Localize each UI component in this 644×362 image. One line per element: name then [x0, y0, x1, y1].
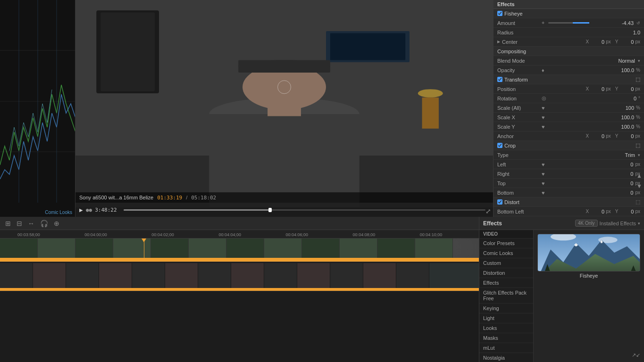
effects-cat-light[interactable]: Light	[479, 313, 533, 323]
compositing-section: Compositing Blend Mode Normal ▾ Opacity …	[493, 47, 644, 75]
amount-value[interactable]: -4.43	[593, 20, 634, 26]
effects-cat-custom[interactable]: Custom	[479, 258, 533, 268]
distort-bl-xy: X 0 px Y 0 px	[586, 209, 640, 214]
play-button[interactable]: ▶	[79, 207, 83, 213]
crop-checkbox[interactable]	[497, 143, 502, 148]
ruler-mark-6: 00:04:08;00	[353, 232, 376, 237]
scale-x-value[interactable]: 100.0	[621, 115, 635, 120]
amount-slider[interactable]	[548, 22, 589, 24]
expand-icon[interactable]: ⤢	[485, 207, 491, 215]
anchor-x[interactable]: 0	[590, 133, 604, 139]
effect-fisheye-item[interactable]: Fisheye	[537, 234, 640, 279]
progress-bar[interactable]	[124, 209, 485, 211]
4k-only-toggle[interactable]: 4K Only	[575, 220, 598, 227]
effects-cat-distortion[interactable]: Distortion	[479, 268, 533, 278]
radius-value[interactable]: 1.0	[633, 30, 640, 35]
center-y-label: Y	[615, 39, 619, 44]
effects-cat-looks[interactable]: Looks	[479, 323, 533, 333]
svg-rect-21	[268, 108, 301, 116]
effects-cat-comic-looks[interactable]: Comic Looks	[479, 248, 533, 258]
ruler-mark-7: 00:04:10;00	[420, 232, 443, 237]
transform-checkbox[interactable]	[497, 77, 502, 82]
distort-bl-x[interactable]: 0	[590, 209, 604, 214]
crop-type-dropdown[interactable]: ▾	[638, 153, 640, 157]
timeline-icon-record[interactable]: ⊕	[52, 219, 61, 228]
effect-thumb-landscape	[538, 234, 640, 271]
distort-bl-y[interactable]: 0	[619, 209, 634, 214]
fisheye-label: Fisheye	[504, 11, 547, 16]
effects-cat-keying[interactable]: Keying	[479, 304, 533, 313]
transform-screen-icon[interactable]: ⬚	[636, 76, 640, 82]
crop-type-value[interactable]: Trim	[625, 152, 635, 158]
effects-cat-nostalgia[interactable]: Nostalgia	[479, 353, 533, 362]
center-y-val[interactable]: 0	[619, 39, 634, 45]
effects-browser-body: VIDEO Color Presets Comic Looks Custom D…	[479, 230, 644, 362]
scale-y-diamond: ♥	[542, 124, 545, 130]
scale-all-diamond: ♥	[542, 105, 545, 111]
distort-corner-icon[interactable]: ⬚	[636, 199, 640, 205]
amount-reset[interactable]: ↺	[636, 21, 640, 25]
timeline-icon-1[interactable]: ⊞	[4, 219, 12, 228]
video-preview	[75, 0, 493, 207]
position-x[interactable]: 0	[590, 86, 604, 92]
opacity-row: Opacity ♦ 100.0 %	[493, 66, 644, 75]
crop-bottom-row: Bottom ♥ 0 px	[493, 188, 644, 197]
effects-cat-glitch[interactable]: Glitch Effects Pack Free	[479, 288, 533, 304]
effects-cat-color-presets[interactable]: Color Presets	[479, 239, 533, 248]
center-xy: X 0 px Y 0 px	[586, 39, 640, 45]
crop-bottom-value[interactable]: 0	[630, 190, 633, 196]
inspector-panel: Effects Fisheye Amount ⌖ -4.43 ↺ Radius …	[493, 0, 644, 217]
scale-y-value[interactable]: 100.0	[621, 124, 635, 130]
crop-top-value[interactable]: 0	[630, 181, 633, 186]
crop-left-value[interactable]: 0	[630, 162, 633, 167]
center-expand[interactable]: ▶	[497, 40, 500, 44]
fisheye-header-row: Fisheye	[493, 9, 644, 18]
effects-cat-masks[interactable]: Masks	[479, 333, 533, 343]
center-label: Center	[502, 39, 544, 45]
cursor-icon[interactable]: ⌖	[542, 20, 544, 26]
ruler-mark-2: 00:04:00;00	[84, 232, 107, 237]
center-x-val[interactable]: 0	[590, 39, 604, 45]
anchor-y[interactable]: 0	[619, 133, 634, 139]
video-controls: ▶ ●● 3:48:22	[75, 203, 493, 217]
effects-sidebar: VIDEO Color Presets Comic Looks Custom D…	[479, 230, 534, 362]
distort-section: Distort ⬚ Bottom Left X 0 px Y 0 px Bott…	[493, 197, 644, 217]
scale-x-row: Scale X ♥ 100.0 %	[493, 113, 644, 122]
fisheye-checkbox[interactable]	[497, 11, 502, 16]
distort-bl-label: Bottom Left	[497, 209, 540, 214]
track-connector	[0, 258, 479, 262]
fisheye-center-row: ▶ Center X 0 px Y 0 px	[493, 37, 644, 47]
blend-mode-dropdown-icon[interactable]: ▾	[638, 58, 640, 63]
scale-all-value[interactable]: 100	[626, 105, 634, 111]
timeline-icon-headphones[interactable]: 🎧	[39, 219, 50, 228]
position-y[interactable]: 0	[619, 86, 634, 92]
filmstrip-row	[0, 263, 479, 291]
thumb-7	[198, 263, 231, 291]
audio-track[interactable]	[0, 263, 479, 291]
crop-screen-icon[interactable]: ⬚	[636, 142, 640, 148]
audio-filmstrip	[0, 263, 479, 291]
effects-cat-mlut[interactable]: mLut	[479, 343, 533, 353]
timeline-icon-2[interactable]: ⊟	[15, 219, 24, 228]
playhead[interactable]	[144, 239, 144, 262]
crop-right-value[interactable]: 0	[630, 171, 633, 177]
effect-fisheye-thumbnail[interactable]	[537, 234, 640, 272]
effects-cat-effects[interactable]: Effects	[479, 278, 533, 288]
opacity-value[interactable]: 100.0	[621, 67, 635, 73]
crop-top-label: Top	[497, 181, 540, 186]
rotation-value[interactable]: 0	[634, 96, 636, 101]
scale-all-row: Scale (All) ♥ 100 %	[493, 103, 644, 113]
transform-section: Transform ⬚ Position X 0 px Y 0 px Rotat…	[493, 75, 644, 141]
radius-label: Radius	[497, 30, 540, 35]
distort-checkbox[interactable]	[497, 199, 502, 205]
timecode-total: 05:18:02	[191, 195, 216, 201]
crop-top-row: Top ♥ 0 px	[493, 179, 644, 188]
timeline-icon-3[interactable]: ↔	[26, 219, 36, 228]
video-info-bar: Sony a6500 wit...a 16mm Belize 01:33:19 …	[75, 192, 493, 203]
blend-mode-value[interactable]: Normal	[619, 58, 635, 64]
transform-header-row: Transform ⬚	[493, 75, 644, 84]
video-track[interactable]	[0, 239, 479, 262]
effects-browser-tab[interactable]: Effects	[483, 220, 502, 227]
thumb-3	[66, 263, 99, 291]
installed-dropdown-icon[interactable]: ▾	[638, 221, 640, 226]
